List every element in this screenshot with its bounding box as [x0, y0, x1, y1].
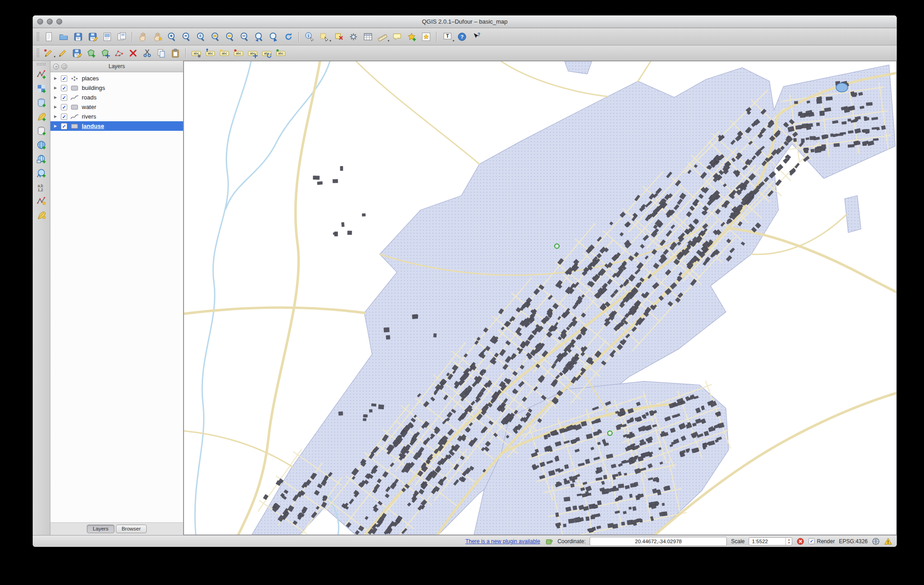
- zoom-out-button[interactable]: [180, 30, 193, 43]
- layer-item-landuse[interactable]: ▶✓landuse: [50, 121, 183, 131]
- expand-arrow-icon[interactable]: ▶: [54, 105, 59, 109]
- whats-this-button[interactable]: ?: [470, 30, 483, 43]
- layer-item-buildings[interactable]: ▶✓buildings: [50, 83, 183, 93]
- zoom-window-button[interactable]: [56, 19, 62, 25]
- zoom-native-resolution-button[interactable]: [194, 30, 208, 43]
- panel-close-icon[interactable]: ×: [53, 64, 59, 69]
- open-attribute-table-button[interactable]: [361, 30, 374, 43]
- add-feature-button[interactable]: [84, 47, 97, 59]
- expand-arrow-icon[interactable]: ▶: [54, 76, 59, 80]
- label-show-hide-button[interactable]: abc: [232, 47, 245, 59]
- crs-status-button[interactable]: [872, 537, 880, 545]
- select-features-button[interactable]: ▾: [318, 30, 331, 43]
- expand-arrow-icon[interactable]: ▶: [54, 86, 59, 90]
- label-highlight-button[interactable]: abc: [218, 47, 231, 59]
- plugin-icon[interactable]: [545, 537, 553, 545]
- layer-visibility-checkbox[interactable]: ✓: [61, 85, 67, 91]
- toolbar-grip[interactable]: [36, 32, 40, 42]
- layer-visibility-checkbox[interactable]: ✓: [61, 75, 67, 82]
- layer-visibility-checkbox[interactable]: ✓: [61, 114, 67, 120]
- toolbar-grip[interactable]: [36, 63, 46, 66]
- layer-item-roads[interactable]: ▶✓roads: [50, 93, 183, 102]
- layer-visibility-checkbox[interactable]: ✓: [61, 94, 67, 101]
- add-wcs-layer-button[interactable]: [35, 153, 48, 165]
- expand-arrow-icon[interactable]: ▶: [54, 114, 59, 119]
- layer-visibility-checkbox[interactable]: ✓: [61, 123, 67, 129]
- messages-button[interactable]: [884, 537, 892, 545]
- tab-browser[interactable]: Browser: [116, 525, 147, 533]
- deselect-features-button[interactable]: [332, 30, 345, 43]
- add-delimited-text-layer-button[interactable]: a,b1,2: [35, 181, 48, 193]
- measure-button[interactable]: ▾: [376, 30, 389, 43]
- text-annotation-button[interactable]: T▾: [441, 30, 454, 43]
- map-tips-button[interactable]: [390, 30, 403, 43]
- run-feature-action-button[interactable]: [347, 30, 360, 43]
- zoom-last-button[interactable]: [253, 30, 266, 43]
- zoom-to-layer-button[interactable]: [238, 30, 251, 43]
- add-mssql-layer-button[interactable]: [35, 124, 48, 137]
- layer-item-places[interactable]: ▶✓places: [50, 74, 183, 83]
- save-layer-edits-button[interactable]: [70, 47, 83, 59]
- minimize-button[interactable]: [47, 19, 53, 25]
- identify-features-button[interactable]: i: [303, 30, 316, 43]
- delete-selected-button[interactable]: [127, 47, 139, 59]
- new-bookmark-button[interactable]: [405, 30, 418, 43]
- show-bookmarks-button[interactable]: [419, 30, 432, 43]
- layer-visibility-checkbox[interactable]: ✓: [61, 104, 67, 110]
- scale-combo[interactable]: 1:5522 ▲▼: [749, 537, 792, 545]
- zoom-next-button[interactable]: [267, 30, 280, 43]
- new-print-composer-button[interactable]: [100, 30, 114, 43]
- labeling-options-button[interactable]: abc: [190, 47, 203, 59]
- zoom-to-selection-button[interactable]: [224, 30, 237, 43]
- layer-name: rivers: [82, 113, 99, 120]
- save-project-button[interactable]: [71, 30, 84, 43]
- coordinate-input[interactable]: [590, 537, 727, 546]
- add-wms-layer-button[interactable]: [35, 139, 48, 151]
- new-spatialite-layer-button[interactable]: [35, 209, 48, 222]
- pan-map-to-selection-button[interactable]: [151, 30, 164, 43]
- add-vector-layer-button[interactable]: [35, 68, 48, 81]
- panel-float-icon[interactable]: ◻: [61, 64, 67, 69]
- copy-features-button[interactable]: [155, 47, 168, 59]
- save-project-as-button[interactable]: [86, 30, 99, 43]
- toggle-editing-button[interactable]: [56, 47, 69, 59]
- current-edits-button[interactable]: ▾: [42, 47, 55, 59]
- layer-item-rivers[interactable]: ▶✓rivers: [50, 112, 183, 121]
- composer-manager-button[interactable]: [115, 30, 128, 43]
- stop-rendering-button[interactable]: [796, 537, 805, 545]
- label-properties-button[interactable]: abc: [274, 47, 287, 59]
- tab-layers[interactable]: Layers: [87, 525, 114, 533]
- refresh-map-button[interactable]: [282, 30, 295, 43]
- expand-arrow-icon[interactable]: ▶: [54, 124, 59, 128]
- titlebar[interactable]: QGIS 2.0.1–Dufour – basic_map: [33, 15, 897, 28]
- toolbar-grip[interactable]: [36, 48, 40, 58]
- help-contents-button[interactable]: ?: [455, 30, 468, 43]
- plugin-link[interactable]: There is a new plugin available: [465, 538, 540, 545]
- scale-stepper[interactable]: ▲▼: [785, 538, 792, 545]
- node-tool-button[interactable]: [113, 47, 125, 59]
- cut-features-button[interactable]: [141, 47, 154, 59]
- close-button[interactable]: [37, 19, 43, 25]
- render-toggle[interactable]: ✓ Render: [809, 538, 835, 545]
- svg-text:T: T: [446, 34, 448, 39]
- add-wfs-layer-button[interactable]: [35, 167, 48, 179]
- map-canvas[interactable]: [184, 61, 897, 535]
- open-project-button[interactable]: [57, 30, 70, 43]
- new-project-button[interactable]: [42, 30, 55, 43]
- zoom-full-extent-button[interactable]: [209, 30, 222, 43]
- layers-panel-header: × ◻ Layers: [50, 61, 183, 72]
- pan-map-button[interactable]: [136, 30, 149, 43]
- render-checkbox[interactable]: ✓: [809, 538, 815, 544]
- label-rotate-button[interactable]: abc: [260, 47, 273, 59]
- label-pin-button[interactable]: abc: [204, 47, 217, 59]
- move-feature-button[interactable]: [99, 47, 111, 59]
- expand-arrow-icon[interactable]: ▶: [54, 95, 59, 99]
- add-postgis-layer-button[interactable]: [35, 96, 48, 109]
- layer-item-water[interactable]: ▶✓water: [50, 102, 183, 112]
- label-move-button[interactable]: abc: [246, 47, 259, 59]
- paste-features-button[interactable]: [169, 47, 182, 59]
- zoom-in-button[interactable]: [165, 30, 179, 43]
- new-shapefile-layer-button[interactable]: [35, 195, 48, 208]
- add-spatialite-layer-button[interactable]: [35, 110, 48, 123]
- add-raster-layer-button[interactable]: [35, 82, 48, 95]
